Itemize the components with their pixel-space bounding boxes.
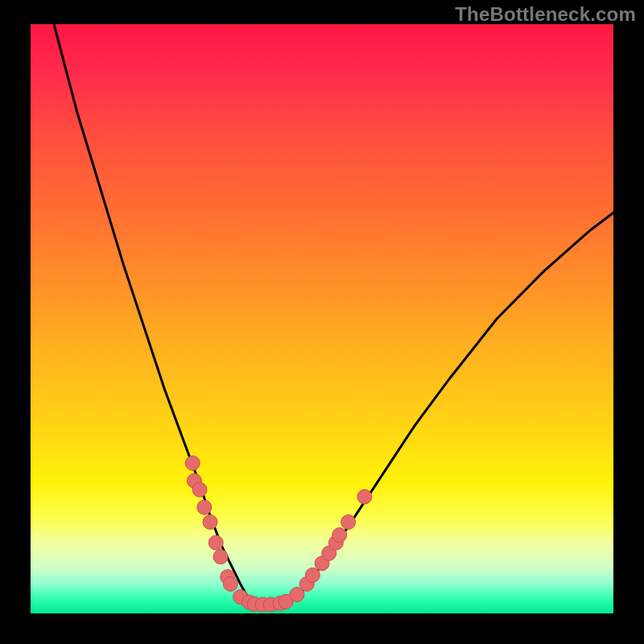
data-dots <box>185 456 372 612</box>
data-dot <box>185 456 200 470</box>
plot-area <box>31 24 613 613</box>
bottleneck-curve <box>54 24 613 605</box>
data-dot <box>197 500 212 514</box>
data-dot <box>332 528 347 543</box>
chart-svg <box>31 24 613 613</box>
data-dot <box>192 482 207 497</box>
data-dot <box>208 535 223 550</box>
data-dot <box>357 489 372 504</box>
data-dot <box>203 515 217 530</box>
watermark-text: TheBottleneck.com <box>455 3 636 26</box>
data-dot <box>341 515 356 530</box>
data-dot <box>305 568 320 582</box>
outer-frame: TheBottleneck.com <box>0 0 644 644</box>
data-dot <box>223 576 237 591</box>
data-dot <box>213 550 228 564</box>
